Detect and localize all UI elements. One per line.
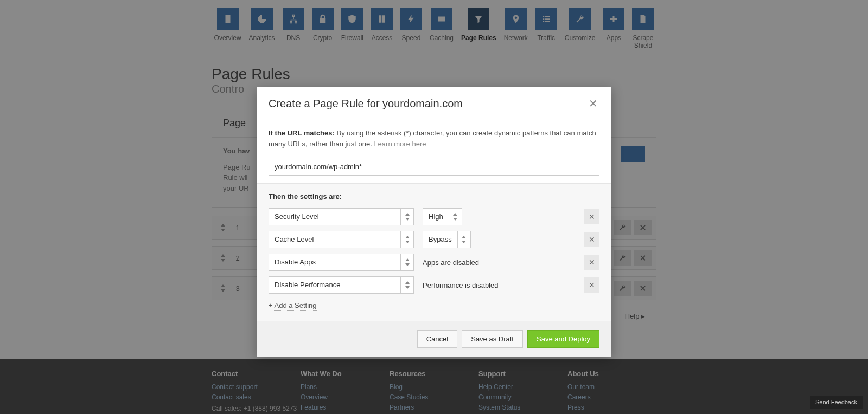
remove-setting-button[interactable]: ✕ bbox=[584, 232, 599, 247]
remove-setting-button[interactable]: ✕ bbox=[584, 277, 599, 293]
url-matches-label: If the URL matches: bbox=[269, 129, 335, 137]
remove-setting-button[interactable]: ✕ bbox=[584, 255, 599, 270]
setting-value-select[interactable]: High bbox=[423, 208, 462, 225]
modal-overlay: Create a Page Rule for yourdomain.com ✕ … bbox=[0, 0, 868, 414]
setting-value-text: Apps are disabled bbox=[423, 258, 584, 267]
chevron-updown-icon bbox=[449, 208, 462, 225]
setting-value-text: Performance is disabled bbox=[423, 281, 584, 289]
save-draft-button[interactable]: Save as Draft bbox=[462, 330, 523, 348]
save-deploy-button[interactable]: Save and Deploy bbox=[527, 330, 599, 348]
chevron-updown-icon bbox=[458, 231, 471, 248]
send-feedback-button[interactable]: Send Feedback bbox=[810, 396, 863, 409]
setting-row: Disable PerformancePerformance is disabl… bbox=[269, 276, 599, 294]
setting-row: Cache LevelBypass✕ bbox=[269, 231, 599, 248]
chevron-updown-icon bbox=[401, 276, 414, 294]
learn-more-link[interactable]: Learn more here bbox=[374, 140, 426, 148]
close-icon[interactable]: ✕ bbox=[586, 97, 599, 110]
create-page-rule-modal: Create a Page Rule for yourdomain.com ✕ … bbox=[257, 87, 611, 357]
setting-name-select[interactable]: Disable Apps bbox=[269, 254, 414, 271]
setting-value-select[interactable]: Bypass bbox=[423, 231, 471, 248]
remove-setting-button[interactable]: ✕ bbox=[584, 209, 599, 224]
chevron-updown-icon bbox=[401, 231, 414, 248]
setting-name-select[interactable]: Security Level bbox=[269, 208, 414, 225]
settings-title: Then the settings are: bbox=[269, 192, 599, 200]
add-setting-link[interactable]: + Add a Setting bbox=[269, 301, 317, 311]
setting-row: Security LevelHigh✕ bbox=[269, 208, 599, 225]
cancel-button[interactable]: Cancel bbox=[417, 330, 457, 348]
setting-row: Disable AppsApps are disabled✕ bbox=[269, 254, 599, 271]
chevron-updown-icon bbox=[401, 254, 414, 271]
chevron-updown-icon bbox=[401, 208, 414, 225]
modal-title: Create a Page Rule for yourdomain.com bbox=[269, 98, 463, 110]
setting-name-select[interactable]: Disable Performance bbox=[269, 276, 414, 294]
url-pattern-input[interactable] bbox=[269, 158, 599, 176]
setting-name-select[interactable]: Cache Level bbox=[269, 231, 414, 248]
